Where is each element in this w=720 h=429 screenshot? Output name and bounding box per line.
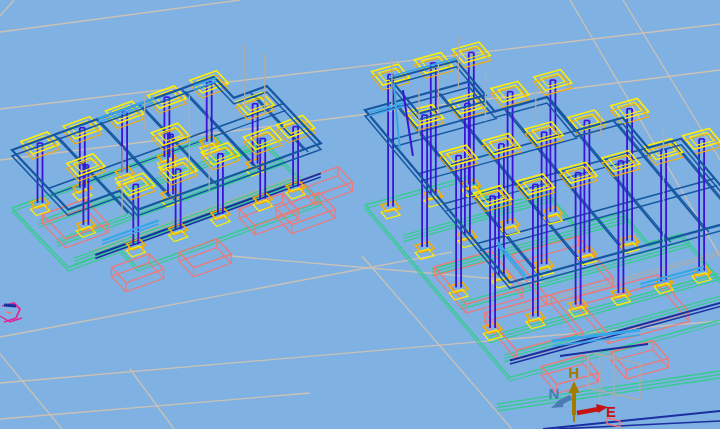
ucs-n-label: N — [549, 385, 560, 402]
cad-viewport[interactable]: H E N — [0, 0, 720, 429]
ucs-h-label: H — [569, 364, 580, 381]
ucs-e-label: E — [606, 403, 616, 420]
